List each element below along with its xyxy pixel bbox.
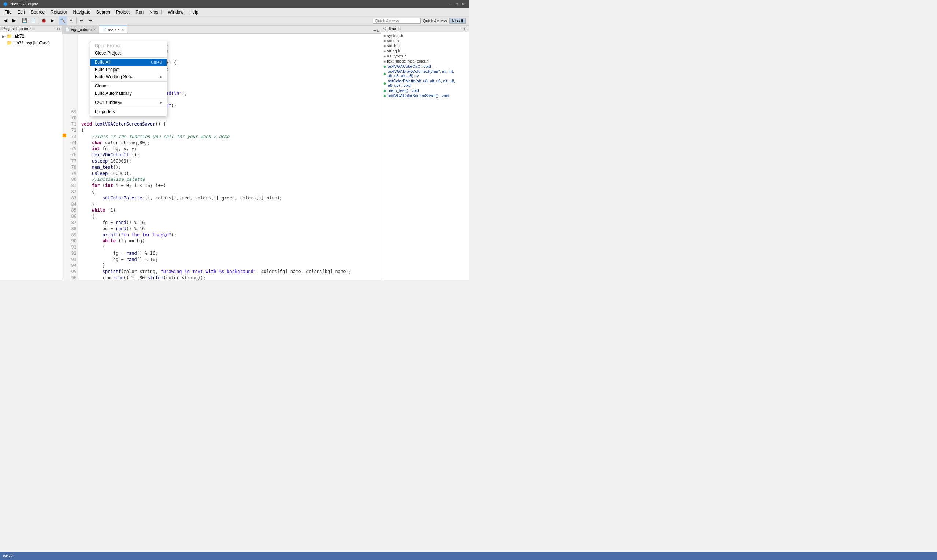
menu-build-working-set-label: Build Working Set xyxy=(95,74,129,79)
menu-edit[interactable]: Edit xyxy=(14,8,28,16)
tab-vga-color[interactable]: 📄 vga_color.c ✕ xyxy=(62,26,99,33)
close-button[interactable]: ✕ xyxy=(461,2,466,6)
toolbar-build-dropdown[interactable]: ▾ xyxy=(67,17,75,25)
menu-refactor[interactable]: Refactor xyxy=(48,8,70,16)
minimize-button[interactable]: ─ xyxy=(447,2,453,6)
outline-label-8: setColorPalette(alt_u8, alt_u8, alt_u8, … xyxy=(388,79,467,88)
menu-clean-label: Clean... xyxy=(95,83,110,89)
pe-maximize[interactable]: □ xyxy=(57,27,60,31)
submenu-arrow-bws: ▶ xyxy=(129,75,133,79)
menu-bar: File Edit Source Refactor Navigate Searc… xyxy=(0,8,468,16)
outline-minimize[interactable]: ─ xyxy=(461,27,464,31)
menu-sep-1 xyxy=(91,57,166,58)
outline-label-5: text_mode_vga_color.h xyxy=(387,59,429,63)
outline-item-9[interactable]: ◆ mem_test() : void xyxy=(382,88,468,93)
editor-tab-controls-minimize[interactable]: ─ xyxy=(374,29,376,32)
outline-label-1: stdio.h xyxy=(387,38,399,43)
outline-item-4[interactable]: ■ alt_types.h xyxy=(382,54,468,58)
outline-icon-2: ■ xyxy=(383,44,385,48)
window-title: Nios II - Eclipse xyxy=(10,2,38,6)
toolbar: ◀ ▶ 💾 📄 🐞 ▶ 🔨 ▾ ↩ ↪ xyxy=(0,16,370,26)
tab-close-vga[interactable]: ✕ xyxy=(93,28,96,31)
menu-source[interactable]: Source xyxy=(28,8,48,16)
outline-label-10: textVGAColorScreenSaver() : void xyxy=(388,93,449,98)
pe-minimize[interactable]: ─ xyxy=(54,27,56,31)
menu-build-project[interactable]: Build Project xyxy=(91,66,166,73)
toolbar-back[interactable]: ◀ xyxy=(2,17,9,25)
menu-navigate[interactable]: Navigate xyxy=(70,8,93,16)
editor-tabs: 📄 vga_color.c ✕ 📄 main.c ✕ ─ □ xyxy=(62,26,381,34)
outline-icon-10: ◆ xyxy=(383,94,386,98)
project-icon-lab72: 📁 xyxy=(6,34,12,39)
menu-run[interactable]: Run xyxy=(133,8,146,16)
outline-label-6: textVGAColorClr() : void xyxy=(388,64,431,68)
menu-clean[interactable]: Clean... xyxy=(91,82,166,90)
main-layout: Project Explorer ☰ ─ □ ▶ 📁 lab72 📁 lab72… xyxy=(0,26,468,280)
toolbar-debug[interactable]: 🐞 xyxy=(40,17,48,25)
project-label-lab72: lab72 xyxy=(14,34,24,39)
menu-project[interactable]: Project xyxy=(113,8,133,16)
toolbar-undo[interactable]: ↩ xyxy=(78,17,86,25)
menu-properties[interactable]: Properties xyxy=(91,108,166,115)
tab-label-vga: vga_color.c xyxy=(71,28,91,32)
menu-build-all-label: Build All xyxy=(95,60,111,65)
outline-item-0[interactable]: ■ system.h xyxy=(382,33,468,38)
menu-help[interactable]: Help xyxy=(186,8,201,16)
toolbar-forward[interactable]: ▶ xyxy=(10,17,18,25)
toolbar-redo[interactable]: ↪ xyxy=(86,17,94,25)
submenu-arrow-cpp: ▶ xyxy=(119,101,122,105)
outline-maximize[interactable]: □ xyxy=(464,27,467,31)
tree-item-lab72-bsp[interactable]: 📁 lab72_bsp [lab7soc] xyxy=(1,40,61,46)
menu-search[interactable]: Search xyxy=(93,8,113,16)
toolbar-run[interactable]: ▶ xyxy=(48,17,56,25)
outline-item-10[interactable]: ◆ textVGAColorScreenSaver() : void xyxy=(382,93,468,98)
menu-build-all[interactable]: Build All Ctrl+B xyxy=(91,58,166,66)
tab-close-main[interactable]: ✕ xyxy=(121,28,124,32)
outline-item-6[interactable]: ◆ textVGAColorClr() : void xyxy=(382,64,468,69)
quick-access-input[interactable] xyxy=(373,18,421,24)
outline-item-1[interactable]: ■ stdio.h xyxy=(382,38,468,43)
menu-sep-3 xyxy=(91,98,166,98)
menu-file[interactable]: File xyxy=(2,8,14,16)
outline-item-8[interactable]: ◆ setColorPalette(alt_u8, alt_u8, alt_u8… xyxy=(382,78,468,88)
maximize-button[interactable]: □ xyxy=(454,2,459,6)
menu-build-automatically[interactable]: Build Automatically xyxy=(91,90,166,97)
project-context-menu: Open Project Close Project Build All Ctr… xyxy=(90,41,167,116)
outline-panel: Outline ☰ ─ □ ■ system.h ■ stdio.h ■ std… xyxy=(381,26,468,280)
outline-label-0: system.h xyxy=(387,33,403,38)
menu-build-working-set[interactable]: Build Working Set ▶ xyxy=(91,73,166,80)
outline-label-7: textVGADrawColorText(char*, int, int, al… xyxy=(388,69,467,78)
menu-close-project-label: Close Project xyxy=(95,51,121,55)
editor-tab-controls-maximize[interactable]: □ xyxy=(377,29,379,32)
nios2-perspective[interactable]: Nios II xyxy=(449,18,466,24)
outline-item-2[interactable]: ■ stdlib.h xyxy=(382,43,468,48)
outline-item-7[interactable]: ◆ textVGADrawColorText(char*, int, int, … xyxy=(382,69,468,78)
menu-open-project[interactable]: Open Project xyxy=(91,42,166,49)
title-bar-left: 🔷 Nios II - Eclipse xyxy=(3,2,38,6)
toolbar-save[interactable]: 💾 xyxy=(20,17,29,25)
toolbar-new[interactable]: 📄 xyxy=(29,17,37,25)
tree-arrow-lab72: ▶ xyxy=(2,34,5,38)
menu-sep-4 xyxy=(91,107,166,107)
menu-cppindex[interactable]: C/C++ Index ▶ xyxy=(91,99,166,106)
outline-label-2: stdlib.h xyxy=(387,43,400,48)
menu-window[interactable]: Window xyxy=(165,8,186,16)
menu-nios2[interactable]: Nios II xyxy=(146,8,165,16)
outline-item-5[interactable]: ■ text_mode_vga_color.h xyxy=(382,58,468,64)
title-bar-controls[interactable]: ─ □ ✕ xyxy=(447,2,466,6)
outline-label-9: mem_test() : void xyxy=(388,88,419,92)
project-icon-bsp: 📁 xyxy=(6,40,12,45)
outline-item-3[interactable]: ■ string.h xyxy=(382,48,468,54)
toolbar-build[interactable]: 🔨 xyxy=(59,17,67,25)
tab-icon-vga: 📄 xyxy=(65,28,69,31)
project-label-bsp: lab72_bsp [lab7soc] xyxy=(14,41,49,45)
menu-build-automatically-label: Build Automatically xyxy=(95,91,132,96)
menu-properties-label: Properties xyxy=(95,109,115,114)
menu-close-project[interactable]: Close Project xyxy=(91,49,166,57)
tree-item-lab72[interactable]: ▶ 📁 lab72 xyxy=(1,33,61,40)
menu-sep-2 xyxy=(91,81,166,82)
outline-header: Outline ☰ ─ □ xyxy=(381,26,468,32)
tab-main[interactable]: 📄 main.c ✕ xyxy=(99,26,128,33)
outline-icon-1: ■ xyxy=(383,39,385,43)
outline-label-3: string.h xyxy=(387,49,400,53)
